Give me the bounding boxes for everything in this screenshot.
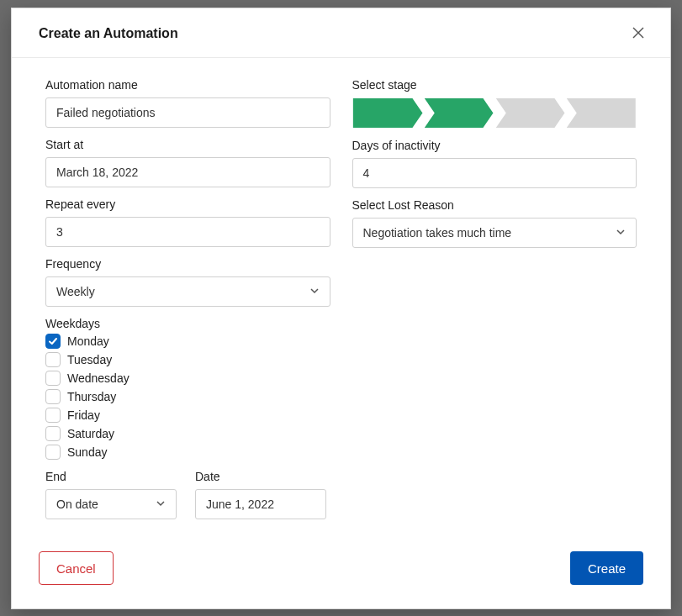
weekday-label: Sunday [67,445,107,459]
weekday-tuesday[interactable]: Tuesday [45,350,330,369]
checkbox-icon [45,352,61,367]
start-at-label: Start at [45,138,330,151]
weekday-label: Wednesday [67,371,130,385]
svg-marker-4 [494,97,566,129]
repeat-every-label: Repeat every [45,197,330,211]
weekday-saturday[interactable]: Saturday [45,424,330,443]
weekday-label: Monday [67,334,109,348]
select-stage-label: Select stage [352,78,637,92]
end-value: On date [56,498,98,511]
automation-name-label: Automation name [45,78,330,92]
checkbox-icon [45,445,61,460]
stage-segment-3[interactable] [494,97,566,129]
cancel-button[interactable]: Cancel [39,551,114,585]
repeat-every-value: 3 [56,225,63,239]
lost-reason-select[interactable]: Negotiation takes much time [352,218,637,248]
start-at-input[interactable]: March 18, 2022 [45,157,330,187]
checkbox-icon [45,371,61,386]
end-label: End [45,470,177,483]
checkbox-icon [45,389,61,404]
create-automation-modal: Create an Automation Automation name Fai… [11,8,671,609]
stage-segment-4[interactable] [565,97,637,129]
automation-name-value: Failed negotiations [56,106,156,119]
weekday-friday[interactable]: Friday [45,406,330,424]
weekday-label: Thursday [67,390,116,403]
weekday-label: Saturday [67,427,114,440]
chevron-down-icon [156,498,166,511]
close-icon [632,27,644,41]
inactivity-value: 4 [363,166,370,180]
svg-marker-2 [352,97,424,129]
weekday-monday[interactable]: Monday [45,332,330,350]
date-column: Date June 1, 2022 [195,470,326,519]
weekdays-label: Weekdays [45,317,330,330]
modal-header: Create an Automation [12,8,670,58]
close-button[interactable] [626,22,650,45]
inactivity-input[interactable]: 4 [352,158,637,188]
chevron-down-icon [309,285,320,298]
inactivity-label: Days of inactivity [352,139,637,152]
stage-progress-bar[interactable] [352,97,637,129]
weekday-label: Friday [67,408,100,422]
weekdays-group: MondayTuesdayWednesdayThursdayFridaySatu… [45,332,330,461]
weekday-wednesday[interactable]: Wednesday [45,369,330,387]
checkbox-icon [45,408,61,423]
stage-segment-2[interactable] [423,97,494,129]
modal-body: Automation name Failed negotiations Star… [12,58,670,533]
repeat-every-input[interactable]: 3 [45,217,330,247]
automation-name-input[interactable]: Failed negotiations [45,97,330,128]
weekday-label: Tuesday [67,353,112,366]
lost-reason-label: Select Lost Reason [352,198,637,212]
checkbox-icon [45,334,61,349]
left-column: Automation name Failed negotiations Star… [45,78,330,533]
right-column: Select stage Days of inactivity 4 Select… [352,78,637,533]
end-row: End On date Date June 1, 2022 [45,470,330,519]
start-at-value: March 18, 2022 [56,166,138,179]
create-button[interactable]: Create [570,551,643,585]
svg-marker-3 [423,97,494,129]
svg-marker-5 [565,97,637,129]
modal-title: Create an Automation [39,26,178,41]
end-select[interactable]: On date [45,489,177,519]
modal-footer: Cancel Create [12,533,670,608]
end-column: End On date [45,470,177,519]
frequency-value: Weekly [56,285,95,298]
chevron-down-icon [616,226,626,240]
frequency-select[interactable]: Weekly [45,276,330,307]
end-date-input[interactable]: June 1, 2022 [195,489,326,519]
lost-reason-value: Negotiation takes much time [363,226,512,240]
end-date-value: June 1, 2022 [206,498,274,511]
frequency-label: Frequency [45,257,330,271]
weekday-sunday[interactable]: Sunday [45,443,330,461]
end-date-label: Date [195,470,326,483]
checkbox-icon [45,426,61,441]
stage-segment-1[interactable] [352,97,424,129]
weekday-thursday[interactable]: Thursday [45,387,330,406]
